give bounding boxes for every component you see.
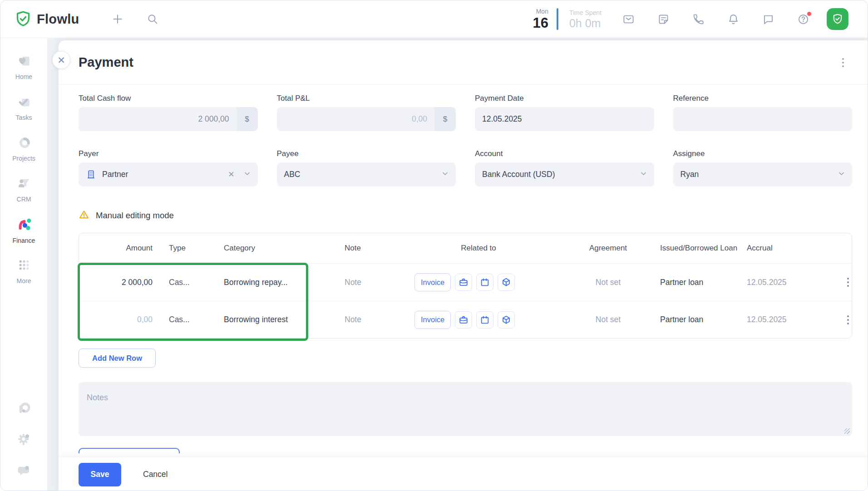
row-kebab-menu-icon[interactable] <box>844 313 852 327</box>
loan-cell[interactable]: Partner loan <box>660 315 744 324</box>
finance-icon <box>16 216 32 234</box>
reference-input[interactable] <box>673 107 853 131</box>
account-select[interactable]: Bank Account (USD) <box>475 162 654 187</box>
chevron-down-icon[interactable] <box>244 170 251 179</box>
field-account: Account Bank Account (USD) <box>475 149 654 187</box>
payer-select[interactable]: Partner ✕ <box>79 162 258 187</box>
sidebar-item-crm[interactable]: CRM <box>3 169 45 210</box>
top-bar: Flowlu Mon 16 Time Spent 0h 0m <box>0 0 868 38</box>
payee-value: ABC <box>284 170 301 179</box>
chevron-down-icon[interactable] <box>640 170 647 179</box>
notes-icon[interactable] <box>657 13 670 25</box>
briefcase-icon[interactable] <box>455 274 472 291</box>
type-cell[interactable]: Cas... <box>159 278 224 287</box>
category-cell[interactable]: Borrowing repay... <box>224 278 331 287</box>
field-payee: Payee ABC <box>277 149 456 187</box>
help-icon[interactable] <box>797 13 809 25</box>
assignee-select[interactable]: Ryan <box>673 162 853 187</box>
feedback-icon[interactable] <box>16 462 32 479</box>
chevron-down-icon[interactable] <box>442 170 449 179</box>
sidebar-item-tasks[interactable]: Tasks <box>3 87 45 128</box>
category-cell[interactable]: Borrowing interest <box>224 315 331 324</box>
note-cell[interactable]: Note <box>331 278 406 287</box>
sidebar-label: Tasks <box>16 114 32 121</box>
amount-cell[interactable]: 0,00 <box>79 315 159 324</box>
note-cell[interactable]: Note <box>331 315 406 324</box>
payment-date-input[interactable] <box>475 107 654 131</box>
field-total-pl: Total P&L $ <box>277 94 456 131</box>
sidebar-item-projects[interactable]: Projects <box>3 128 45 169</box>
account-value: Bank Account (USD) <box>482 170 555 179</box>
calendar-date[interactable]: Mon 16 <box>533 8 548 30</box>
save-button[interactable]: Save <box>79 463 121 486</box>
notes-field <box>79 382 852 436</box>
col-header-agreement: Agreement <box>551 243 660 253</box>
accrual-cell[interactable]: 12.05.2025 <box>744 315 824 324</box>
sidebar-item-finance[interactable]: Finance <box>3 210 45 250</box>
settings-gear-icon[interactable] <box>16 432 32 448</box>
sidebar-item-home[interactable]: Home <box>3 46 45 87</box>
time-spent-label: Time Spent <box>569 10 602 16</box>
app-window: Flowlu Mon 16 Time Spent 0h 0m <box>0 0 868 491</box>
payment-panel: Payment Total Cash flow $ Total P&L <box>59 40 868 491</box>
create-plus-icon[interactable] <box>111 13 124 25</box>
panel-body: Total Cash flow $ Total P&L $ <box>59 85 868 457</box>
panel-header: Payment <box>59 40 868 85</box>
amount-cell[interactable]: 2 000,00 <box>79 278 159 287</box>
invoice-button[interactable]: Invoice <box>414 311 451 329</box>
field-label: Total Cash flow <box>79 94 258 103</box>
crm-icon <box>16 176 32 193</box>
cube-icon[interactable] <box>498 274 515 291</box>
agreement-cell[interactable]: Not set <box>551 278 660 287</box>
cancel-button[interactable]: Cancel <box>140 469 170 480</box>
integrations-icon[interactable] <box>16 401 32 417</box>
field-label: Reference <box>673 94 853 103</box>
payment-lines-table: Amount Type Category Note Related to Agr… <box>79 233 852 339</box>
projects-icon <box>16 135 32 152</box>
agreement-cell[interactable]: Not set <box>551 315 660 324</box>
home-icon <box>16 53 32 70</box>
invoice-button[interactable]: Invoice <box>414 273 451 291</box>
field-total-cash-flow: Total Cash flow $ <box>79 94 258 131</box>
field-label: Account <box>475 149 654 158</box>
payer-value: Partner <box>102 170 128 179</box>
close-icon[interactable]: ✕ <box>52 51 70 69</box>
col-header-note: Note <box>331 243 406 253</box>
partially-hidden-button-edge <box>79 448 180 453</box>
total-pl-input[interactable] <box>277 107 435 131</box>
calendar-icon[interactable] <box>476 274 493 291</box>
field-payment-date: Payment Date <box>475 94 654 131</box>
loan-cell[interactable]: Partner loan <box>660 278 744 287</box>
profile-shield-icon[interactable] <box>827 8 848 30</box>
mail-icon[interactable] <box>622 13 635 25</box>
notes-textarea[interactable] <box>79 382 852 436</box>
payee-select[interactable]: ABC <box>277 162 456 187</box>
time-spent[interactable]: Time Spent 0h 0m <box>569 10 602 29</box>
accrual-cell[interactable]: 12.05.2025 <box>744 278 824 287</box>
row-kebab-menu-icon[interactable] <box>844 275 852 290</box>
chevron-down-icon[interactable] <box>838 170 845 179</box>
add-new-row-button[interactable]: Add New Row <box>79 349 156 368</box>
building-icon <box>86 169 96 180</box>
briefcase-icon[interactable] <box>455 311 472 329</box>
sidebar-item-more[interactable]: More <box>3 250 45 291</box>
phone-icon[interactable] <box>692 13 705 25</box>
panel-footer: Save Cancel <box>59 457 868 491</box>
total-cash-flow-input[interactable] <box>79 107 237 131</box>
flowlu-shield-logo-icon <box>14 10 32 28</box>
topbar-divider <box>557 8 558 30</box>
search-icon[interactable] <box>147 13 158 25</box>
brand-name: Flowlu <box>37 12 79 27</box>
type-cell[interactable]: Cas... <box>159 315 224 324</box>
clear-x-icon[interactable]: ✕ <box>228 170 234 179</box>
sidebar-label: Home <box>15 73 32 80</box>
help-badge <box>807 12 811 16</box>
bell-icon[interactable] <box>727 13 740 25</box>
panel-kebab-menu-icon[interactable] <box>839 55 847 70</box>
cube-icon[interactable] <box>498 311 515 329</box>
chat-icon[interactable] <box>762 13 774 25</box>
related-to-cell: Invoice <box>406 273 551 291</box>
field-label: Total P&L <box>277 94 456 103</box>
flowlu-logo[interactable]: Flowlu <box>14 10 79 28</box>
calendar-icon[interactable] <box>476 311 493 329</box>
